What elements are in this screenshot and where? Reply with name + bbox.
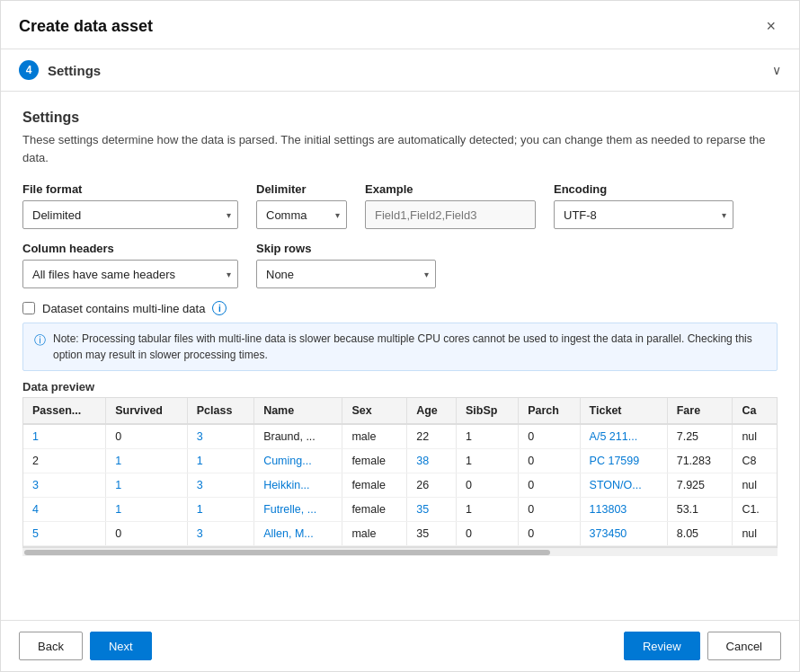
table-cell[interactable]: 1 [23, 424, 106, 449]
column-headers-wrapper: All files have same headers No headers F… [22, 260, 238, 288]
file-format-group: File format Delimited CSV TSV ▾ [22, 182, 238, 229]
example-group: Example [365, 182, 536, 229]
skip-rows-group: Skip rows None 1 2 3 ▾ [256, 242, 436, 288]
table-cell[interactable]: 35 [407, 498, 457, 522]
table-cell: 1 [456, 424, 518, 449]
back-button[interactable]: Back [19, 632, 83, 660]
table-cell: 8.05 [667, 522, 733, 546]
table-column-header[interactable]: Pclass [187, 398, 253, 424]
section-header: 4 Settings ∨ [1, 49, 799, 92]
table-cell: female [342, 498, 407, 522]
table-cell: 22 [407, 424, 457, 449]
table-cell[interactable]: 1 [187, 449, 253, 473]
review-button[interactable]: Review [624, 632, 700, 660]
form-row-1: File format Delimited CSV TSV ▾ Delimite… [22, 182, 778, 229]
table-cell[interactable]: Futrelle, ... [254, 498, 342, 522]
table-cell[interactable]: 113803 [580, 498, 667, 522]
section-label: 4 Settings [19, 60, 101, 80]
table-cell: 0 [519, 473, 580, 498]
table-cell: 0 [519, 449, 580, 473]
table-cell[interactable]: 4 [23, 498, 106, 522]
data-preview-table: Passen...SurvivedPclassNameSexAgeSibSpPa… [23, 398, 777, 546]
column-headers-select[interactable]: All files have same headers No headers F… [22, 260, 238, 288]
dialog-header: Create data asset × [1, 1, 799, 49]
table-cell: female [342, 449, 407, 473]
table-cell: 1 [456, 449, 518, 473]
table-column-header[interactable]: Ticket [580, 398, 667, 424]
table-cell: Braund, ... [254, 424, 342, 449]
table-cell[interactable]: 1 [106, 449, 188, 473]
table-cell[interactable]: Cuming... [254, 449, 342, 473]
table-cell[interactable]: 38 [407, 449, 457, 473]
file-format-wrapper: Delimited CSV TSV ▾ [22, 200, 238, 229]
info-icon[interactable]: i [212, 301, 227, 315]
data-preview-label: Data preview [22, 380, 778, 397]
table-cell[interactable]: 3 [187, 473, 253, 498]
chevron-down-icon[interactable]: ∨ [772, 63, 781, 77]
settings-title: Settings [22, 110, 778, 126]
table-cell: 7.925 [667, 473, 733, 498]
form-row-2: Column headers All files have same heade… [22, 242, 778, 288]
skip-rows-select[interactable]: None 1 2 3 [256, 260, 436, 288]
table-cell: 7.25 [667, 424, 733, 449]
table-cell[interactable]: Heikkin... [254, 473, 342, 498]
dialog-title: Create data asset [19, 17, 153, 36]
table-cell[interactable]: 1 [106, 498, 188, 522]
table-cell[interactable]: 3 [187, 522, 253, 546]
table-cell[interactable]: A/5 211... [580, 424, 667, 449]
file-format-select[interactable]: Delimited CSV TSV [22, 200, 238, 229]
table-column-header[interactable]: Name [254, 398, 342, 424]
close-button[interactable]: × [760, 15, 781, 38]
table-cell: C1. [733, 498, 777, 522]
table-cell: 0 [106, 522, 188, 546]
table-column-header[interactable]: Age [407, 398, 457, 424]
table-cell[interactable]: 373450 [580, 522, 667, 546]
table-row: 411Futrelle, ...female351011380353.1C1. [23, 498, 777, 522]
create-data-asset-dialog: Create data asset × 4 Settings ∨ Setting… [0, 0, 800, 672]
table-cell[interactable]: PC 17599 [580, 449, 667, 473]
table-row: 103Braund, ...male2210A/5 211...7.25nul [23, 424, 777, 449]
table-cell[interactable]: Allen, M... [254, 522, 342, 546]
cancel-button[interactable]: Cancel [707, 632, 781, 660]
table-cell[interactable]: 1 [106, 473, 188, 498]
next-button[interactable]: Next [90, 632, 152, 660]
table-cell[interactable]: 3 [187, 424, 253, 449]
example-input[interactable] [365, 200, 536, 229]
table-cell: 71.283 [667, 449, 733, 473]
table-cell: 2 [23, 449, 106, 473]
table-column-header[interactable]: Survived [106, 398, 188, 424]
data-preview-table-container[interactable]: Passen...SurvivedPclassNameSexAgeSibSpPa… [22, 397, 778, 547]
table-cell: 0 [519, 424, 580, 449]
table-column-header[interactable]: Ca [733, 398, 777, 424]
table-column-header[interactable]: Fare [667, 398, 733, 424]
step-badge: 4 [19, 60, 39, 80]
table-column-header[interactable]: SibSp [456, 398, 518, 424]
encoding-wrapper: UTF-8 UTF-16 ASCII ISO-8859-1 ▾ [554, 200, 733, 229]
delimiter-label: Delimiter [256, 182, 347, 196]
settings-description: These settings determine how the data is… [22, 131, 778, 166]
delimiter-select[interactable]: Comma Tab Semicolon Space Other [256, 200, 347, 229]
table-cell: 0 [519, 498, 580, 522]
table-column-header[interactable]: Passen... [23, 398, 106, 424]
table-cell[interactable]: 3 [23, 473, 106, 498]
multiline-label: Dataset contains multi-line data [42, 302, 205, 315]
example-label: Example [365, 182, 536, 196]
table-cell[interactable]: 1 [187, 498, 253, 522]
table-cell: 53.1 [667, 498, 733, 522]
multiline-checkbox[interactable] [22, 302, 35, 314]
horizontal-scrollbar[interactable] [22, 547, 778, 556]
note-text: Note: Processing tabular files with mult… [53, 331, 766, 363]
table-cell: 1 [456, 498, 518, 522]
table-column-header[interactable]: Parch [519, 398, 580, 424]
table-cell[interactable]: STON/O... [580, 473, 667, 498]
table-cell: C8 [733, 449, 777, 473]
table-cell: 0 [519, 522, 580, 546]
table-column-header[interactable]: Sex [342, 398, 407, 424]
delimiter-group: Delimiter Comma Tab Semicolon Space Othe… [256, 182, 347, 229]
table-cell: nul [733, 424, 777, 449]
encoding-select[interactable]: UTF-8 UTF-16 ASCII ISO-8859-1 [554, 200, 733, 229]
footer-left: Back Next [19, 632, 152, 660]
multiline-row: Dataset contains multi-line data i [22, 301, 778, 315]
table-cell[interactable]: 5 [23, 522, 106, 546]
dialog-footer: Back Next Review Cancel [1, 620, 799, 671]
